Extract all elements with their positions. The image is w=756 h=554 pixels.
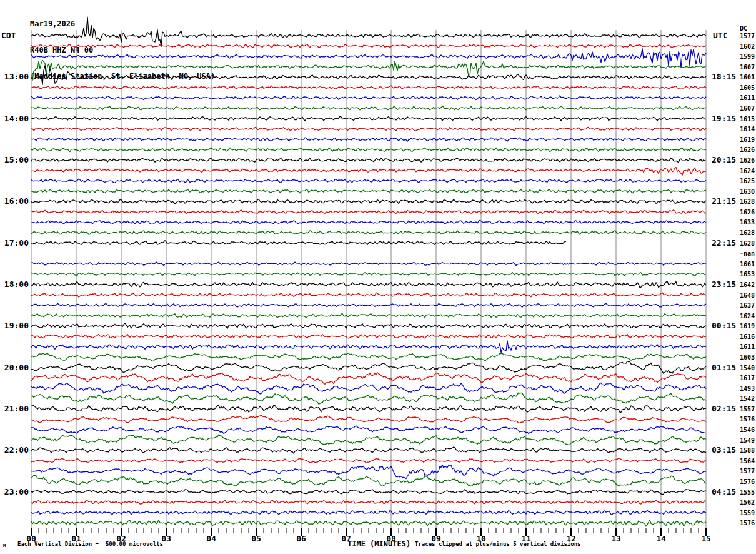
x-tick-label: 04 <box>200 534 222 543</box>
left-time-label: 20:00 <box>0 362 29 373</box>
left-time-label: 19:00 <box>0 320 29 331</box>
seismogram-trace <box>31 44 706 48</box>
seismogram-trace <box>31 490 706 495</box>
dc-offset-value: 1605 <box>740 84 755 91</box>
seismogram-trace <box>31 168 706 176</box>
right-time-label: 20:15 <box>712 154 736 165</box>
seismogram-trace <box>31 323 706 328</box>
seismogram-trace <box>31 138 706 141</box>
dc-offset-value: 1661 <box>740 261 755 268</box>
dc-offset-value: 1546 <box>740 426 755 433</box>
dc-offset-value: 1619 <box>740 323 755 330</box>
seismogram-trace <box>31 373 706 384</box>
dc-offset-value: 1540 <box>740 365 755 371</box>
seismogram-trace <box>31 393 706 404</box>
seismogram-trace <box>31 220 706 224</box>
dc-offset-value: 1628 <box>740 229 755 236</box>
seismogram-trace <box>31 520 706 526</box>
dc-offset-value: 1642 <box>740 281 755 288</box>
seismogram-trace <box>31 106 706 110</box>
dc-offset-value: 1628 <box>740 198 755 205</box>
dc-offset-value: 1602 <box>740 43 755 50</box>
seismogram-trace <box>31 86 706 89</box>
dc-offset-value: 1615 <box>740 116 755 123</box>
dc-offset-value: 1577 <box>740 33 755 39</box>
dc-offset-value: 1626 <box>740 209 755 216</box>
dc-offset-value: 1607 <box>740 105 755 112</box>
seismogram-trace <box>31 96 706 100</box>
left-time-label: 17:00 <box>0 238 29 248</box>
right-time-label: 19:15 <box>712 113 736 124</box>
seismogram-trace <box>31 49 706 68</box>
dc-offset-value: 1493 <box>740 385 755 392</box>
seismogram-trace <box>31 179 706 183</box>
dc-offset-value: 1630 <box>740 188 755 195</box>
seismogram-trace <box>31 500 706 505</box>
dc-offset-value: 1588 <box>740 447 755 454</box>
seismogram-trace <box>31 361 706 374</box>
right-time-label: 18:15 <box>712 71 736 82</box>
seismogram-trace <box>31 262 706 266</box>
seismogram-trace <box>31 116 706 121</box>
left-time-label: 13:00 <box>0 71 29 82</box>
seismogram-trace <box>31 405 706 412</box>
x-tick-label: 03 <box>155 534 177 543</box>
dc-offset-value: 1633 <box>740 219 755 226</box>
dc-offset-value: 1611 <box>740 94 755 101</box>
seismogram-trace <box>31 415 706 423</box>
helicorder-app: Mar19,2026 R40B HHZ N4 00 (Maddies Stati… <box>0 0 756 554</box>
seismogram-trace <box>31 510 706 515</box>
dc-offset-value: 1601 <box>740 74 755 81</box>
dc-offset-value: 1624 <box>740 313 755 320</box>
x-tick-label: 14 <box>650 534 672 543</box>
right-time-label: 03:15 <box>712 445 736 455</box>
seismogram-trace <box>31 475 706 486</box>
x-tick-label: 15 <box>695 534 717 543</box>
right-time-label: 02:15 <box>712 403 736 414</box>
seismogram-trace <box>31 273 706 276</box>
seismogram-trace <box>31 383 706 394</box>
left-time-label: 22:00 <box>0 445 29 455</box>
seismogram-trace <box>31 158 706 163</box>
dc-offset-value: -nan <box>740 250 755 257</box>
seismogram-plot <box>0 0 756 554</box>
x-tick-label: 11 <box>515 534 537 543</box>
right-time-label: 00:15 <box>712 320 736 331</box>
x-tick-label: 13 <box>605 534 627 543</box>
seismogram-trace <box>31 231 706 234</box>
seismogram-trace <box>31 210 706 214</box>
left-time-label: 21:00 <box>0 403 29 414</box>
dc-offset-value: 1637 <box>740 302 755 309</box>
x-tick-label: 06 <box>290 534 312 543</box>
dc-offset-value: 1617 <box>740 375 755 381</box>
right-time-label: 22:15 <box>712 238 736 248</box>
seismogram-trace <box>31 435 706 445</box>
right-time-label: 21:15 <box>712 196 736 206</box>
left-time-label: 16:00 <box>0 196 29 206</box>
right-time-label: 01:15 <box>712 362 736 373</box>
seismogram-trace <box>31 17 706 46</box>
x-tick-label: 08 <box>380 534 402 543</box>
seismogram-trace <box>31 334 706 338</box>
x-tick-label: 07 <box>335 534 357 543</box>
x-tick-label: 09 <box>425 534 447 543</box>
x-tick-label: 12 <box>560 534 582 543</box>
left-time-label: 15:00 <box>0 154 29 165</box>
dc-offset-value: 1616 <box>740 333 755 340</box>
seismogram-trace <box>31 353 706 361</box>
dc-offset-value: 1624 <box>740 168 755 174</box>
dc-offset-value: 1628 <box>740 240 755 247</box>
seismogram-trace <box>31 314 706 318</box>
dc-offset-value: 1599 <box>740 53 755 60</box>
watermark: M <box>3 543 6 548</box>
dc-offset-value: 1542 <box>740 395 755 402</box>
dc-offset-value: 1577 <box>740 468 755 475</box>
left-time-label: 23:00 <box>0 486 29 497</box>
seismogram-trace <box>31 189 706 193</box>
dc-offset-value: 1576 <box>740 478 755 485</box>
left-time-label: 18:00 <box>0 279 29 290</box>
dc-offset-value: 1619 <box>740 136 755 143</box>
dc-offset-value: 1653 <box>740 271 755 278</box>
seismogram-trace <box>31 341 706 353</box>
dc-offset-value: 1603 <box>740 354 755 361</box>
